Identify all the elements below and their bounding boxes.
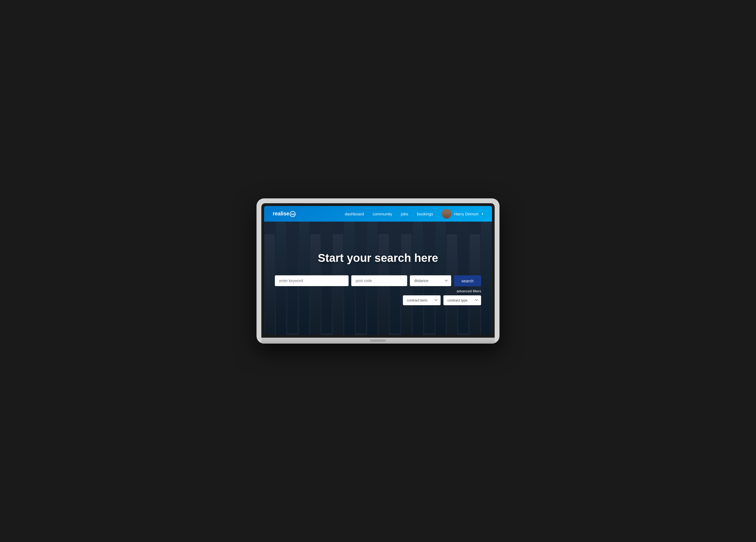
hero-title: Start your search here (318, 252, 438, 265)
user-name: Harry Demort (454, 212, 478, 216)
logo[interactable]: realiseme (273, 211, 296, 217)
logo-circle: me (290, 211, 296, 217)
laptop-frame: realiseme dashboard community jobs booki… (257, 198, 499, 344)
keyword-input[interactable] (275, 275, 349, 286)
hero-section: Start your search here distance 1 mile 5… (264, 222, 492, 335)
laptop-base (261, 338, 495, 344)
contract-term-select[interactable]: contract term permanent contract tempora… (403, 295, 441, 305)
user-profile[interactable]: Harry Demort ▾ (442, 209, 483, 219)
logo-text: realiseme (273, 211, 296, 217)
avatar (442, 209, 451, 219)
distance-select[interactable]: distance 1 mile 5 miles 10 miles 25 mile… (410, 275, 451, 286)
filter-selects-row: contract term permanent contract tempora… (275, 295, 481, 305)
contract-type-select[interactable]: contract type full-time part-time freela… (443, 295, 481, 305)
screen: realiseme dashboard community jobs booki… (264, 206, 492, 335)
nav-bookings[interactable]: bookings (417, 212, 433, 216)
avatar-face (442, 209, 451, 219)
nav-jobs[interactable]: jobs (401, 212, 408, 216)
chevron-down-icon: ▾ (482, 212, 483, 216)
advanced-filters-label[interactable]: advanced filters (457, 289, 481, 293)
search-button[interactable]: search (454, 275, 481, 286)
navbar: realiseme dashboard community jobs booki… (264, 206, 492, 222)
screen-bezel: realiseme dashboard community jobs booki… (261, 203, 495, 338)
postcode-input[interactable] (351, 275, 407, 286)
nav-dashboard[interactable]: dashboard (345, 212, 364, 216)
search-row: distance 1 mile 5 miles 10 miles 25 mile… (275, 275, 481, 286)
advanced-filters-row: advanced filters (275, 289, 481, 293)
hero-content: Start your search here distance 1 mile 5… (264, 252, 492, 305)
nav-community[interactable]: community (373, 212, 392, 216)
laptop-notch (370, 340, 386, 342)
nav-links: dashboard community jobs bookings Harry … (345, 209, 483, 219)
